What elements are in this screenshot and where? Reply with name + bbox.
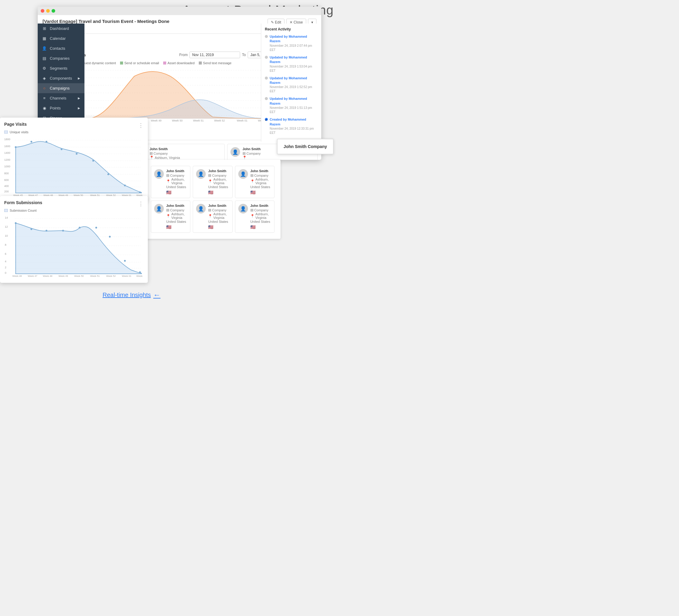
more-options-icon[interactable]: ⋮ [138,122,143,129]
page-visits-title: Page Visits [4,122,27,127]
form-submissions-chart: 14 12 10 8 6 4 2 0 Week 46 Week 47 Week … [4,214,143,277]
minimize-button[interactable] [46,9,50,13]
svg-text:0: 0 [5,271,6,274]
svg-text:6: 6 [5,252,6,255]
svg-text:Week 52: Week 52 [214,119,225,122]
page-visits-legend: Unique visits [4,130,143,134]
activity-dot [265,77,268,79]
sidebar-label-channels: Channels [50,96,66,100]
sidebar-item-calendar[interactable]: ▦ Calendar [38,33,85,43]
svg-text:200: 200 [4,190,9,193]
contact-company: ▤ Company [243,151,261,155]
extra-contacts-panel: 👤 John Smith ▤ Company 📍 Ashburn, Virgin… [145,160,281,239]
unique-visits-label: Unique visits [10,130,28,134]
svg-text:1400: 1400 [4,151,10,155]
avatar: 👤 [238,169,248,179]
sidebar-label-calendar: Calendar [50,36,66,41]
companies-icon: ▤ [42,56,47,61]
svg-text:400: 400 [4,184,9,187]
sidebar-item-segments[interactable]: ⚙ Segments [38,63,85,73]
campaign-title: [Vardot Engage] Travel and Tourism Event… [42,19,169,24]
svg-text:Week 49: Week 49 [151,119,161,122]
submission-count-legend-box [4,209,8,212]
form-submissions-legend: Submission Count [4,209,143,212]
svg-text:Week 49: Week 49 [59,194,68,196]
sidebar-label-segments: Segments [50,66,68,71]
activity-name: Updated by Mohammed Razem [270,97,307,105]
contact-country: United States [208,220,229,224]
activity-dot [265,97,268,100]
close-button[interactable] [41,9,44,13]
svg-point-78 [30,228,32,230]
sidebar-item-points[interactable]: ◉ Points ▶ [38,103,85,113]
avatar: 👤 [154,204,164,213]
title-bar [38,7,321,15]
svg-text:Week 46: Week 46 [12,275,22,277]
activity-item: Updated by Mohammed Razem November 24, 2… [265,55,318,73]
contact-country: United States [166,185,187,189]
sidebar-label-dashboard: Dashboard [50,26,69,31]
activity-item: Updated by Mohammed Razem November 24, 2… [265,97,318,114]
svg-point-46 [61,148,62,150]
contact-company: ▤ Company [166,208,187,212]
svg-text:Week 47: Week 47 [28,194,38,196]
activity-name: Created by Mohammed Razem [270,117,306,126]
sidebar-item-channels[interactable]: ≡ Channels ▶ [38,93,85,103]
sidebar-item-components[interactable]: ◈ Components ▶ [38,73,85,83]
components-arrow-icon: ▶ [78,77,80,80]
svg-point-51 [139,192,141,193]
contact-location: 📍 Ashburn, Virginia [250,212,271,219]
contact-company: ▤ Company [250,173,271,177]
activity-dot [265,35,268,38]
contact-card: 👤 John Smith ▤ Company 📍 Ashburn, Virgin… [151,166,190,198]
segments-icon: ⚙ [42,66,47,71]
svg-point-79 [45,230,47,232]
components-icon: ◈ [42,76,47,80]
activity-dot [265,56,268,59]
activity-item: Updated by Mohammed Razem November 24, 2… [265,34,318,52]
svg-point-80 [62,230,64,232]
svg-text:Week 47: Week 47 [28,275,37,277]
contact-name: John Smith [166,204,187,207]
svg-point-45 [45,141,47,143]
contact-company: ▤ Company [166,173,187,177]
svg-text:12: 12 [5,225,8,228]
svg-text:600: 600 [4,178,9,181]
svg-text:1600: 1600 [4,145,10,148]
contact-location: 📍 Ashburn, Virginia [150,156,180,160]
contact-flag: 🇺🇸 [250,225,271,230]
contact-company: ▤ Company [150,151,180,155]
contact-company: ▤ Company [208,173,229,177]
activity-name: Updated by Mohammed Razem [270,76,307,84]
contact-flag: 🇺🇸 [166,190,187,195]
contact-name: John Smith [250,204,271,207]
svg-text:Week 51: Week 51 [90,275,100,277]
sidebar-item-dashboard[interactable]: ⊞ Dashboard [38,24,85,33]
svg-point-82 [95,227,97,229]
contact-location: 📍 [243,156,261,160]
svg-text:Week 48: Week 48 [43,194,53,196]
activity-item: Updated by Mohammed Razem November 24, 2… [265,76,318,94]
contacts-icon: 👤 [42,46,47,50]
activity-time: November 24, 2019 1:52:52 pm EET [270,85,318,94]
svg-text:Week 50: Week 50 [74,275,84,277]
to-label: To [242,53,246,57]
svg-text:Week 02: Week 02 [136,194,143,196]
activity-title: Recent Activity [265,27,318,31]
contact-location: 📍 Ashburn, Virginia [166,178,187,185]
contact-card: 👤 John Smith ▤ Company 📍 Ashburn, Virgin… [193,166,232,198]
sidebar-item-contacts[interactable]: 👤 Contacts [38,43,85,54]
more-options-icon[interactable]: ⋮ [138,201,143,207]
activity-time: November 24, 2019 1:51:13 pm EET [270,106,318,114]
contact-country: United States [250,220,271,224]
realtime-insights-text: Real-time Insights [103,292,151,299]
sidebar-item-campaigns[interactable]: ○ Campaigns [38,83,85,93]
svg-point-81 [79,227,80,229]
sidebar-label-contacts: Contacts [50,46,65,50]
maximize-button[interactable] [52,9,55,13]
svg-text:Week 02: Week 02 [136,275,143,277]
contact-location: 📍 Ashburn, Virginia [166,212,187,219]
date-from-input[interactable] [189,52,240,58]
sidebar-item-companies[interactable]: ▤ Companies [38,54,85,63]
svg-text:2: 2 [5,266,6,269]
